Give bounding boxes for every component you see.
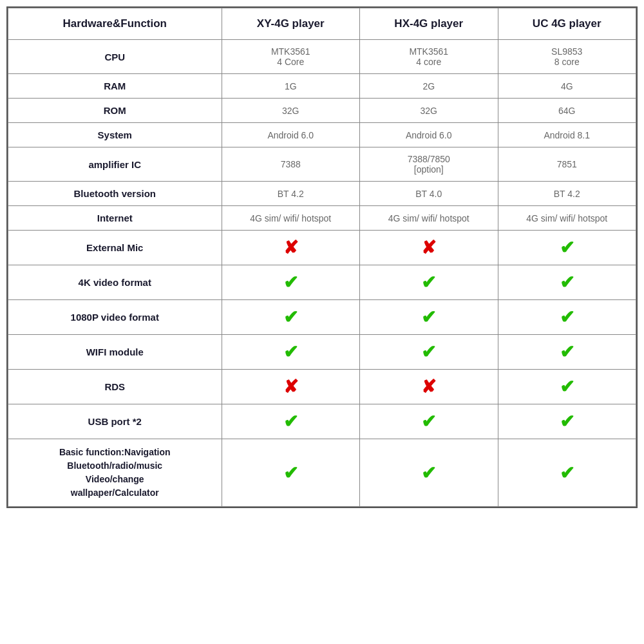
check-icon: ✔: [283, 342, 298, 362]
feature-value: MTK3561 4 Core: [222, 40, 360, 74]
feature-value: ✔: [498, 404, 636, 439]
feature-value: ✔: [222, 335, 360, 370]
table-row: amplifier IC73887388/7850 [option]7851: [8, 147, 636, 182]
feature-label: External Mic: [8, 231, 222, 265]
header-xy: XY-4G player: [222, 8, 360, 40]
feature-label: 1080P video format: [8, 300, 222, 335]
check-icon: ✔: [560, 272, 574, 292]
check-icon: ✔: [283, 412, 298, 431]
cross-icon: ✘: [283, 238, 298, 258]
feature-value: ✔: [222, 439, 360, 507]
table-row: RDS✘✘✔: [8, 370, 636, 404]
feature-label: Internet: [8, 206, 222, 231]
feature-value: 4G sim/ wifi/ hotspot: [360, 206, 498, 231]
feature-value: BT 4.2: [498, 182, 636, 206]
cross-icon: ✘: [283, 377, 298, 397]
table-header-row: Hardware&Function XY-4G player HX-4G pla…: [8, 8, 636, 40]
table-row: ROM32G32G64G: [8, 99, 636, 123]
feature-value: ✘: [360, 370, 498, 404]
feature-value: ✔: [498, 300, 636, 335]
table-row: USB port *2✔✔✔: [8, 404, 636, 439]
check-icon: ✔: [421, 463, 436, 483]
feature-value: ✔: [498, 231, 636, 265]
feature-value: ✔: [360, 265, 498, 300]
check-icon: ✔: [421, 412, 436, 431]
feature-value: 4G sim/ wifi/ hotspot: [498, 206, 636, 231]
table-row: SystemAndroid 6.0Android 6.0Android 8.1: [8, 123, 636, 147]
feature-label: System: [8, 123, 222, 147]
feature-label: 4K video format: [8, 265, 222, 300]
comparison-table: Hardware&Function XY-4G player HX-4G pla…: [6, 6, 638, 508]
cross-icon: ✘: [421, 238, 436, 258]
feature-label: USB port *2: [8, 404, 222, 439]
feature-value: ✔: [360, 335, 498, 370]
feature-value: 7851: [498, 147, 636, 182]
check-icon: ✔: [421, 342, 436, 362]
check-icon: ✔: [283, 307, 298, 327]
check-icon: ✔: [560, 307, 574, 327]
feature-label: Bluetooth version: [8, 182, 222, 206]
feature-value: BT 4.0: [360, 182, 498, 206]
feature-value: 2G: [360, 74, 498, 99]
feature-label: ROM: [8, 99, 222, 123]
table-row: Basic function:Navigation Bluetooth/radi…: [8, 439, 636, 507]
check-icon: ✔: [283, 463, 298, 483]
table-row: Bluetooth versionBT 4.2BT 4.0BT 4.2: [8, 182, 636, 206]
feature-value: 32G: [222, 99, 360, 123]
check-icon: ✔: [560, 238, 574, 258]
feature-value: SL9853 8 core: [498, 40, 636, 74]
feature-label: Basic function:Navigation Bluetooth/radi…: [8, 439, 222, 507]
feature-value: 32G: [360, 99, 498, 123]
feature-label: RAM: [8, 74, 222, 99]
check-icon: ✔: [560, 377, 574, 397]
feature-value: MTK3561 4 core: [360, 40, 498, 74]
feature-value: Android 6.0: [222, 123, 360, 147]
feature-value: 7388/7850 [option]: [360, 147, 498, 182]
feature-value: ✔: [360, 439, 498, 507]
feature-value: BT 4.2: [222, 182, 360, 206]
feature-label: WIFI module: [8, 335, 222, 370]
table-row: WIFI module✔✔✔: [8, 335, 636, 370]
feature-label: amplifier IC: [8, 147, 222, 182]
check-icon: ✔: [421, 272, 436, 292]
feature-value: ✔: [498, 265, 636, 300]
feature-value: Android 8.1: [498, 123, 636, 147]
header-feature: Hardware&Function: [8, 8, 222, 40]
feature-value: ✘: [222, 370, 360, 404]
feature-value: ✔: [498, 370, 636, 404]
feature-value: ✔: [498, 335, 636, 370]
feature-value: ✘: [360, 231, 498, 265]
feature-label: CPU: [8, 40, 222, 74]
check-icon: ✔: [283, 272, 298, 292]
feature-value: 64G: [498, 99, 636, 123]
table-row: CPUMTK3561 4 CoreMTK3561 4 coreSL9853 8 …: [8, 40, 636, 74]
feature-label: RDS: [8, 370, 222, 404]
feature-value: 1G: [222, 74, 360, 99]
feature-value: ✘: [222, 231, 360, 265]
feature-value: 4G sim/ wifi/ hotspot: [222, 206, 360, 231]
feature-value: ✔: [360, 404, 498, 439]
check-icon: ✔: [560, 342, 574, 362]
table-row: 4K video format✔✔✔: [8, 265, 636, 300]
check-icon: ✔: [560, 412, 574, 431]
header-uc: UC 4G player: [498, 8, 636, 40]
check-icon: ✔: [560, 463, 574, 483]
feature-value: ✔: [222, 265, 360, 300]
table-row: Internet4G sim/ wifi/ hotspot4G sim/ wif…: [8, 206, 636, 231]
table-row: External Mic✘✘✔: [8, 231, 636, 265]
check-icon: ✔: [421, 307, 436, 327]
table-row: RAM1G2G4G: [8, 74, 636, 99]
feature-value: ✔: [498, 439, 636, 507]
table-row: 1080P video format✔✔✔: [8, 300, 636, 335]
feature-value: ✔: [222, 300, 360, 335]
feature-value: 4G: [498, 74, 636, 99]
header-hx: HX-4G player: [360, 8, 498, 40]
feature-value: ✔: [222, 404, 360, 439]
feature-value: 7388: [222, 147, 360, 182]
cross-icon: ✘: [421, 377, 436, 397]
feature-value: Android 6.0: [360, 123, 498, 147]
feature-value: ✔: [360, 300, 498, 335]
